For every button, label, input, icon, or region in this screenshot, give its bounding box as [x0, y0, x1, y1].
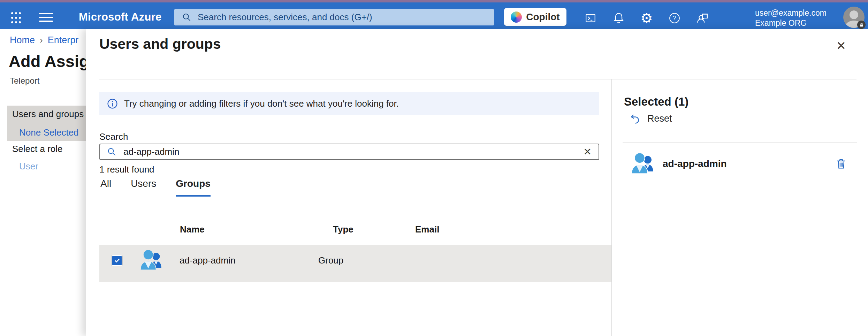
clear-search-icon[interactable]: ✕ — [584, 146, 592, 158]
filter-tabs: All Users Groups — [100, 178, 211, 197]
notifications-bell-icon[interactable] — [610, 10, 627, 26]
info-icon — [107, 98, 118, 109]
account-org: Example ORG — [755, 18, 827, 28]
wizard-step2-label: Select a role — [12, 144, 63, 154]
vertical-divider — [611, 79, 612, 336]
wizard-step1-label: Users and groups — [12, 109, 84, 120]
copilot-button[interactable]: Copilot — [504, 8, 566, 26]
selected-divider-bottom — [623, 182, 857, 182]
info-banner: Try changing or adding filters if you do… — [99, 92, 599, 115]
row-type: Group — [318, 255, 343, 266]
help-icon[interactable]: ? — [666, 10, 683, 26]
search-input[interactable]: ad-app-admin ✕ — [99, 144, 599, 160]
reset-button[interactable]: Reset — [630, 113, 672, 124]
portal-menu-icon[interactable] — [39, 12, 53, 23]
azure-brand[interactable]: Microsoft Azure — [79, 11, 162, 23]
page-subtitle: Teleport — [10, 76, 39, 86]
group-icon — [137, 246, 165, 274]
tab-groups[interactable]: Groups — [176, 178, 211, 197]
row-checkbox[interactable] — [112, 255, 122, 266]
selected-item-name: ad-app-admin — [663, 158, 727, 169]
reset-label: Reset — [647, 113, 672, 124]
remove-trash-icon[interactable] — [835, 158, 847, 170]
global-search-input[interactable]: Search resources, services, and docs (G+… — [174, 9, 494, 25]
breadcrumb: Home›Enterpr — [10, 35, 78, 46]
copilot-icon — [511, 12, 522, 23]
global-search-placeholder: Search resources, services, and docs (G+… — [198, 12, 372, 23]
search-value: ad-app-admin — [123, 146, 577, 157]
result-count: 1 result found — [99, 164, 154, 175]
info-banner-text: Try changing or adding filters if you do… — [124, 98, 399, 109]
row-name: ad-app-admin — [180, 255, 318, 266]
page-title: Add Assig — [9, 52, 89, 71]
feedback-icon[interactable] — [694, 10, 711, 26]
selected-divider-top — [623, 142, 857, 143]
settings-gear-icon[interactable]: ⚙ — [638, 10, 655, 26]
search-icon — [107, 147, 116, 156]
tab-users[interactable]: Users — [131, 178, 156, 197]
column-header-email: Email — [415, 224, 439, 235]
users-and-groups-flyout: Users and groups ✕ Try changing or addin… — [86, 29, 868, 336]
tab-all[interactable]: All — [100, 178, 111, 197]
selected-heading: Selected (1) — [624, 95, 688, 108]
title-divider — [99, 79, 856, 79]
close-icon[interactable]: ✕ — [832, 37, 850, 55]
breadcrumb-current-link[interactable]: Enterpr — [48, 35, 79, 45]
search-icon — [182, 13, 191, 22]
column-header-type: Type — [333, 224, 353, 235]
azure-top-bar: Microsoft Azure Search resources, servic… — [0, 2, 868, 29]
group-icon — [629, 150, 657, 178]
reset-undo-icon — [630, 114, 640, 124]
cloud-shell-icon[interactable] — [582, 10, 599, 26]
table-row[interactable]: ad-app-admin Group — [99, 245, 611, 282]
flyout-title: Users and groups — [99, 36, 221, 52]
app-launcher-icon[interactable] — [9, 11, 23, 25]
copilot-label: Copilot — [526, 12, 559, 23]
account-email: user@example.com — [755, 8, 827, 18]
browser-theme-strip — [0, 0, 868, 2]
breadcrumb-separator: › — [40, 35, 43, 45]
lock-badge-icon — [857, 21, 866, 29]
breadcrumb-home-link[interactable]: Home — [10, 35, 35, 45]
avatar[interactable] — [843, 7, 865, 28]
search-label: Search — [99, 131, 128, 142]
selected-item: ad-app-admin — [629, 150, 857, 178]
wizard-step1-value-link[interactable]: None Selected — [19, 127, 79, 138]
svg-text:?: ? — [673, 15, 676, 22]
column-header-name: Name — [180, 224, 205, 235]
account-info[interactable]: user@example.com Example ORG — [755, 8, 827, 28]
wizard-step2-value-link[interactable]: User — [19, 161, 38, 172]
